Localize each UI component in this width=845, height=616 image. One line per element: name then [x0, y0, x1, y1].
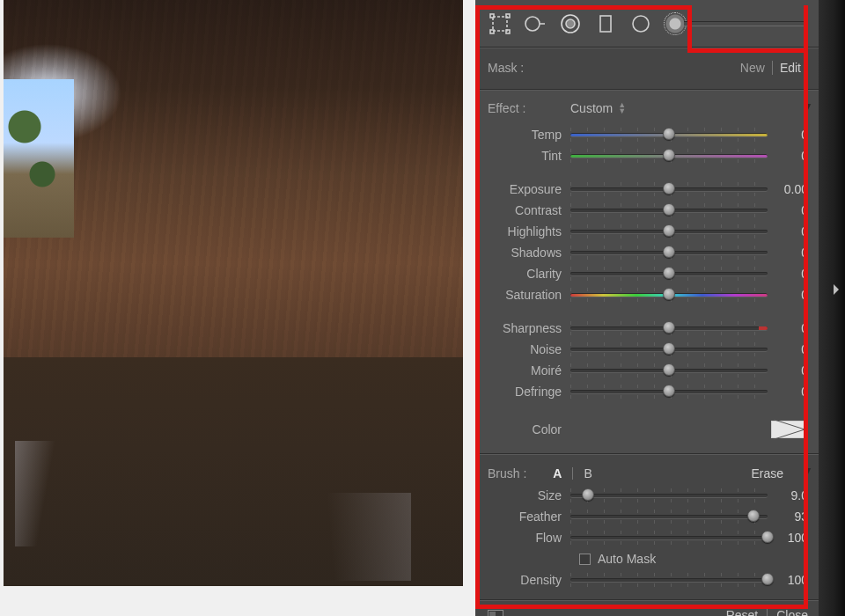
slider-value: 0 [768, 385, 808, 399]
graduated-filter-tool[interactable] [593, 11, 618, 36]
slider-value: 9.0 [768, 488, 808, 502]
slider-track[interactable] [570, 185, 768, 194]
slider-thumb[interactable] [663, 246, 675, 258]
slider-thumb[interactable] [663, 342, 675, 355]
slider-thumb[interactable] [663, 321, 675, 334]
brush-erase-button[interactable]: Erase [751, 466, 783, 480]
mask-title: Mask : [488, 61, 524, 75]
slider-moiré[interactable]: Moiré0 [488, 360, 808, 381]
color-row: Color [488, 414, 808, 444]
svg-rect-8 [600, 16, 611, 32]
slider-contrast[interactable]: Contrast0 [488, 200, 808, 221]
brush-tab-b[interactable]: B [584, 466, 592, 480]
slider-value: 0 [768, 149, 808, 163]
brush-section: ▼ Brush : A B Erase Size9.0Feather93Flow… [475, 454, 820, 600]
slider-temp[interactable]: Temp0 [488, 124, 808, 145]
slider-track[interactable] [570, 324, 768, 333]
panel-toggle-switch[interactable] [488, 610, 503, 617]
mask-new-button[interactable]: New [733, 61, 772, 75]
slider-thumb[interactable] [663, 267, 675, 279]
slider-track[interactable] [570, 206, 768, 215]
slider-group-basic: Temp0Tint0 [488, 124, 808, 166]
panel-footer: Reset Close [475, 600, 820, 616]
brush-tab-a[interactable]: A [553, 466, 562, 480]
slider-track[interactable] [570, 491, 768, 500]
slider-tint[interactable]: Tint0 [488, 145, 808, 166]
slider-thumb[interactable] [663, 385, 675, 397]
slider-value: 0 [768, 288, 808, 302]
slider-track[interactable] [570, 269, 768, 278]
slider-value: 0 [768, 128, 808, 142]
slider-shadows[interactable]: Shadows0 [488, 242, 808, 263]
slider-value: 0 [768, 363, 808, 378]
slider-sharpness[interactable]: Sharpness0 [488, 318, 808, 339]
slider-track[interactable] [570, 387, 768, 396]
slider-clarity[interactable]: Clarity0 [488, 263, 808, 284]
svg-rect-0 [493, 17, 507, 31]
slider-track[interactable] [570, 130, 768, 139]
color-swatch[interactable] [771, 421, 808, 438]
reset-button[interactable]: Reset [726, 608, 759, 617]
slider-noise[interactable]: Noise0 [488, 339, 808, 360]
slider-thumb[interactable] [663, 288, 675, 300]
slider-thumb[interactable] [663, 149, 675, 161]
slider-highlights[interactable]: Highlights0 [488, 221, 808, 242]
slider-label: Contrast [488, 203, 570, 217]
slider-track[interactable] [570, 151, 768, 160]
slider-value: 0 [768, 342, 808, 356]
slider-value: 0 [768, 267, 808, 281]
slider-thumb[interactable] [761, 573, 774, 585]
slider-defringe[interactable]: Defringe0 [488, 381, 808, 402]
mask-edit-button[interactable]: Edit [773, 61, 808, 75]
brush-disclose-icon[interactable]: ▼ [801, 464, 813, 478]
slider-thumb[interactable] [663, 203, 675, 216]
slider-thumb[interactable] [663, 224, 675, 237]
slider-saturation[interactable]: Saturation0 [488, 284, 808, 305]
slider-label: Highlights [488, 224, 570, 238]
slider-track[interactable] [570, 512, 768, 521]
slider-label: Density [488, 573, 570, 587]
adjustment-brush-tool[interactable] [664, 12, 808, 35]
slider-track[interactable] [570, 227, 768, 236]
slider-label: Clarity [488, 267, 570, 281]
effect-disclose-icon[interactable]: ▼ [801, 99, 813, 114]
crop-tool[interactable] [488, 11, 512, 36]
slider-thumb[interactable] [747, 510, 760, 522]
slider-size[interactable]: Size9.0 [488, 485, 808, 506]
develop-panel: Mask : New Edit ▼ Effect : Custom ▲▼ Tem… [475, 0, 820, 616]
slider-value: 0 [768, 246, 808, 260]
slider-track[interactable] [570, 345, 768, 354]
slider-exposure[interactable]: Exposure0.00 [488, 179, 808, 200]
slider-density-host: Density100 [488, 569, 808, 590]
slider-thumb[interactable] [663, 363, 675, 376]
svg-point-5 [525, 17, 540, 31]
close-button[interactable]: Close [776, 608, 808, 617]
slider-thumb[interactable] [761, 531, 774, 543]
spot-removal-tool[interactable] [523, 11, 547, 36]
slider-feather[interactable]: Feather93 [488, 506, 808, 527]
panel-collapse-gutter [819, 0, 845, 616]
slider-thumb[interactable] [663, 182, 675, 194]
svg-rect-3 [490, 30, 494, 33]
slider-thumb[interactable] [582, 488, 594, 501]
slider-flow[interactable]: Flow100 [488, 527, 808, 548]
slider-density[interactable]: Density100 [488, 569, 808, 590]
photo-preview[interactable] [4, 0, 463, 586]
slider-group-tone: Exposure0.00Contrast0Highlights0Shadows0… [488, 179, 808, 305]
slider-label: Defringe [488, 385, 570, 399]
radial-filter-tool[interactable] [628, 11, 653, 36]
effect-preset-dropdown[interactable]: Custom ▲▼ [570, 101, 626, 115]
svg-rect-2 [506, 14, 510, 18]
automask-checkbox[interactable] [579, 554, 591, 565]
slider-thumb[interactable] [663, 128, 675, 140]
slider-track[interactable] [570, 290, 768, 299]
slider-track[interactable] [570, 366, 768, 375]
slider-track[interactable] [570, 248, 768, 257]
slider-track[interactable] [570, 533, 768, 542]
slider-track[interactable] [570, 576, 768, 584]
slider-label: Flow [488, 531, 570, 545]
redeye-tool[interactable] [558, 11, 583, 36]
slider-group-detail: Sharpness0Noise0Moiré0Defringe0 [488, 318, 808, 402]
expand-right-panel-icon[interactable] [831, 278, 841, 301]
slider-value: 93 [768, 510, 808, 524]
